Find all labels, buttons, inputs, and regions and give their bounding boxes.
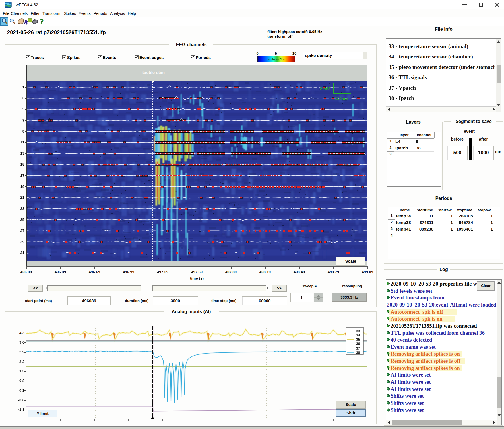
svg-text:38: 38 xyxy=(356,351,360,355)
svg-text:33: 33 xyxy=(356,329,360,333)
svg-text:34: 34 xyxy=(356,333,360,337)
svg-text:150 ms: 150 ms xyxy=(335,96,349,101)
svg-text:spikes / 1 s: spikes / 1 s xyxy=(268,58,285,61)
svg-text:36: 36 xyxy=(356,342,360,346)
svg-text:2 mV: 2 mV xyxy=(320,86,330,91)
svg-text:tactile stim: tactile stim xyxy=(142,70,165,75)
svg-text:35: 35 xyxy=(356,338,360,342)
svg-text:37: 37 xyxy=(356,346,360,350)
svg-text:?: ? xyxy=(40,18,44,25)
